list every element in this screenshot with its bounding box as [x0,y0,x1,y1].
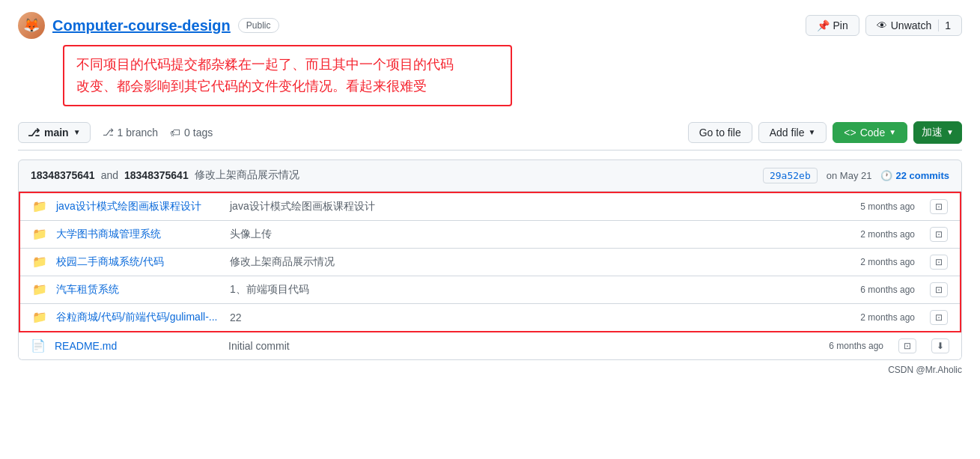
file-time-1: 5 months ago [825,201,915,212]
view-icon-4[interactable]: ⊡ [930,282,948,297]
folder-icon: 📁 [32,199,47,213]
table-row: 📁 校园二手商城系统/代码 修改上架商品展示情况 2 months ago ⊡ [20,249,960,276]
commit-right: 29a52eb on May 21 🕐 22 commits [763,168,949,183]
avatar: 🦊 [18,12,45,39]
accelerate-button[interactable]: 加速 ▼ [913,121,962,144]
toolbar-right: Go to file Add file ▼ <> Code ▼ 加速 ▼ [688,121,962,144]
commit-sha[interactable]: 29a52eb [763,168,818,183]
file-time-4: 6 months ago [825,285,915,295]
doc-icon: 📄 [31,338,46,353]
pin-icon: 📌 [817,19,830,31]
file-commit-2: 头像上传 [230,228,816,241]
file-time-2: 2 months ago [825,229,915,240]
repo-header: 🦊 Computer-course-design Public 📌 Pin 👁 … [18,12,962,39]
commit-author1[interactable]: 18348375641 [31,169,95,181]
file-commit-3: 修改上架商品展示情况 [230,255,816,269]
table-row: 📁 谷粒商城/代码/前端代码/gulimall-... 22 2 months … [20,304,960,331]
annotation-line2: 改变、都会影响到其它代码的文件变化情况。看起来很难受 [76,76,499,97]
file-commit-4: 1、前端项目代码 [230,283,816,297]
folder-icon: 📁 [32,255,47,269]
table-row: 📁 大学图书商城管理系统 头像上传 2 months ago ⊡ [20,221,960,249]
toolbar-left: ⎇ main ▼ ⎇ 1 branch 🏷 0 tags [18,122,213,143]
folder-icon: 📁 [32,310,47,324]
file-commit-readme: Initial commit [228,340,785,352]
commits-link[interactable]: 🕐 22 commits [880,170,949,181]
annotation-line1: 不同项目的代码提交都杂糅在一起了、而且其中一个项目的代码 [76,54,499,76]
file-name-5[interactable]: 谷粒商城/代码/前端代码/gulimall-... [56,311,221,324]
code-icon: <> [844,127,856,139]
highlighted-folders: 📁 java设计模式绘图画板课程设计 java设计模式绘图画板课程设计 5 mo… [19,192,961,332]
visibility-badge: Public [238,18,279,33]
branch-icon: ⎇ [28,127,40,139]
file-name-4[interactable]: 汽车租赁系统 [56,283,221,297]
watermark: CSDN @Mr.Aholic [18,360,962,380]
pin-button[interactable]: 📌 Pin [806,15,859,36]
tags-link[interactable]: 🏷 0 tags [170,127,213,139]
branch-icon-small: ⎇ [103,127,114,138]
file-name-readme[interactable]: README.md [55,340,219,352]
folder-icon: 📁 [32,282,47,297]
file-name-1[interactable]: java设计模式绘图画板课程设计 [56,200,221,213]
table-row: 📁 汽车租赁系统 1、前端项目代码 6 months ago ⊡ [20,276,960,304]
unwatch-count: 1 [938,19,951,31]
commit-message: 修改上架商品展示情况 [195,168,299,182]
repo-title[interactable]: Computer-course-design [52,17,231,34]
commit-bar: 18348375641 and 18348375641 修改上架商品展示情况 2… [18,159,962,192]
tag-icon: 🏷 [170,127,180,139]
view-icon-5[interactable]: ⊡ [930,310,948,325]
download-icon-readme[interactable]: ⬇ [931,338,949,353]
annotation-overlay: 不同项目的代码提交都杂糅在一起了、而且其中一个项目的代码 改变、都会影响到其它代… [63,45,512,106]
commit-connector: and [101,169,118,181]
header-actions: 📌 Pin 👁 Unwatch 1 [806,15,963,36]
repo-toolbar: ⎇ main ▼ ⎇ 1 branch 🏷 0 tags Go to file … [18,115,962,151]
file-name-3[interactable]: 校园二手商城系统/代码 [56,255,221,269]
view-icon-2[interactable]: ⊡ [930,227,948,242]
commit-author2[interactable]: 18348375641 [124,169,189,181]
file-commit-1: java设计模式绘图画板课程设计 [230,200,816,213]
add-file-button[interactable]: Add file ▼ [758,122,827,143]
branches-link[interactable]: ⎇ 1 branch [103,127,158,139]
file-table: 📁 java设计模式绘图画板课程设计 java设计模式绘图画板课程设计 5 mo… [18,192,962,360]
chevron-down-icon-acc: ▼ [946,128,954,136]
view-icon-readme[interactable]: ⊡ [898,338,916,353]
chevron-down-icon-add: ▼ [808,128,815,136]
eye-icon: 👁 [877,19,887,31]
code-button[interactable]: <> Code ▼ [833,122,907,143]
commit-date: on May 21 [827,170,872,181]
history-icon: 🕐 [880,170,892,181]
go-to-file-button[interactable]: Go to file [688,122,752,143]
chevron-down-icon-code: ▼ [889,128,896,136]
file-commit-5: 22 [230,311,816,323]
file-time-5: 2 months ago [825,312,915,323]
table-row: 📄 README.md Initial commit 6 months ago … [19,332,961,359]
folder-icon: 📁 [32,227,47,241]
unwatch-button[interactable]: 👁 Unwatch 1 [865,15,962,36]
file-time-readme: 6 months ago [794,341,883,351]
chevron-down-icon: ▼ [73,128,81,136]
branch-selector[interactable]: ⎇ main ▼ [18,122,91,143]
view-icon-3[interactable]: ⊡ [930,255,948,270]
table-row: 📁 java设计模式绘图画板课程设计 java设计模式绘图画板课程设计 5 mo… [20,193,960,221]
file-name-2[interactable]: 大学图书商城管理系统 [56,228,221,241]
view-icon-1[interactable]: ⊡ [930,199,948,214]
file-time-3: 2 months ago [825,257,915,267]
